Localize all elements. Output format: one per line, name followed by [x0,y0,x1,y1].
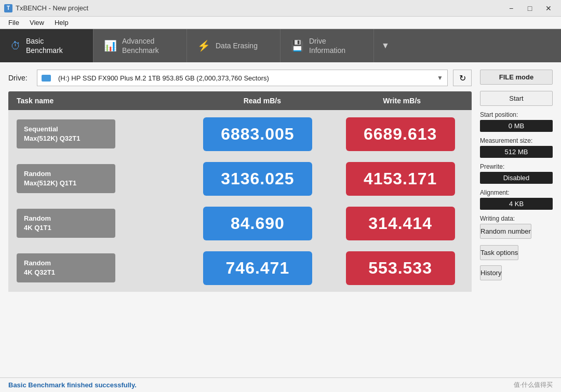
tab-data-erasing-label: Data Erasing [216,41,258,50]
prewrite-section: Prewrite: Disabled [480,163,553,184]
write-value-box-3: 314.414 [346,207,455,240]
advanced-benchmark-icon: 📊 [104,39,117,52]
alignment-value: 4 KB [480,198,553,210]
start-position-value: 0 MB [480,120,553,132]
table-row: Sequential Max(512K) Q32T1 6883.005 6689… [8,113,472,155]
left-panel: Drive: (H:) HP SSD FX900 Plus M.2 1TB 95… [8,70,472,370]
window-title: TxBENCH - New project [16,4,88,12]
read-value-cell-2: 3136.025 [186,162,329,196]
drive-select-chevron: ▼ [437,74,443,82]
read-value-box-1: 6883.005 [203,117,312,151]
read-value-box-2: 3136.025 [203,162,312,196]
menu-bar: File View Help [0,17,561,29]
title-bar: T TxBENCH - New project − □ ✕ [0,0,561,17]
tab-drive-information[interactable]: 💾 DriveInformation [280,29,374,62]
write-value-box-1: 6689.613 [346,117,455,151]
alignment-section: Alignment: 4 KB [480,189,553,210]
history-button[interactable]: History [480,265,502,280]
task-name-box-1: Sequential Max(512K) Q32T1 [17,119,115,148]
task-cell-3: Random 4K Q1T1 [8,209,186,238]
measurement-size-label: Measurement size: [480,137,553,144]
writing-data-section: Writing data: Random number [480,215,553,239]
results-table: Task name Read mB/s Write mB/s Sequentia… [8,91,472,370]
tab-bar: ⏱ BasicBenchmark 📊 AdvancedBenchmark ⚡ D… [0,29,561,62]
drive-row: Drive: (H:) HP SSD FX900 Plus M.2 1TB 95… [8,70,472,86]
drive-label: Drive: [8,74,32,82]
start-position-section: Start position: 0 MB [480,111,553,132]
read-value-cell-3: 84.690 [186,207,329,240]
tab-advanced-benchmark-label: AdvancedBenchmark [122,36,159,55]
refresh-button[interactable]: ↻ [453,70,472,86]
write-value-cell-3: 314.414 [329,207,472,240]
table-body: Sequential Max(512K) Q32T1 6883.005 6689… [8,110,472,292]
read-value-box-3: 84.690 [203,207,312,240]
table-row: Random Max(512K) Q1T1 3136.025 4153.171 [8,158,472,199]
table-row: Random 4K Q1T1 84.690 314.414 [8,202,472,244]
col-task-name: Task name [8,97,193,105]
table-row: Random 4K Q32T1 746.471 553.533 [8,247,472,289]
watermark: 值·什么值得买 [514,381,553,389]
tab-more-dropdown[interactable]: ▼ [374,29,397,62]
right-panel: FILE mode Start Start position: 0 MB Mea… [480,70,553,370]
measurement-size-section: Measurement size: 512 MB [480,137,553,158]
status-message: Basic Benchmark finished successfully. [8,381,137,389]
task-cell-4: Random 4K Q32T1 [8,253,186,282]
data-erasing-icon: ⚡ [197,39,210,52]
close-button[interactable]: ✕ [540,3,557,13]
window-controls: − □ ✕ [503,3,557,13]
tab-basic-benchmark-label: BasicBenchmark [26,36,63,55]
file-mode-button[interactable]: FILE mode [480,70,553,85]
read-value-cell-4: 746.471 [186,251,329,285]
col-read: Read mB/s [193,97,332,105]
task-cell-2: Random Max(512K) Q1T1 [8,164,186,193]
app-icon: T [4,4,12,12]
basic-benchmark-icon: ⏱ [10,40,21,52]
menu-file[interactable]: File [4,18,23,28]
maximize-button[interactable]: □ [522,3,538,13]
table-header: Task name Read mB/s Write mB/s [8,91,472,110]
task-options-button[interactable]: Task options [480,245,518,260]
title-bar-left: T TxBENCH - New project [4,4,88,12]
alignment-label: Alignment: [480,189,553,196]
write-value-box-2: 4153.171 [346,162,455,196]
prewrite-label: Prewrite: [480,163,553,170]
drive-selected-value: (H:) HP SSD FX900 Plus M.2 1TB 953.85 GB… [58,74,433,82]
task-name-box-3: Random 4K Q1T1 [17,209,115,238]
menu-view[interactable]: View [25,18,48,28]
task-name-box-2: Random Max(512K) Q1T1 [17,164,115,193]
writing-data-label: Writing data: [480,215,553,222]
start-button[interactable]: Start [480,91,553,106]
history-wrapper: History [480,265,553,280]
read-value-cell-1: 6883.005 [186,117,329,151]
tab-basic-benchmark[interactable]: ⏱ BasicBenchmark [0,29,94,62]
task-options-wrapper: Task options [480,245,553,260]
minimize-button[interactable]: − [503,3,519,13]
menu-help[interactable]: Help [50,18,73,28]
status-bar: Basic Benchmark finished successfully. 值… [0,377,561,392]
tab-data-erasing[interactable]: ⚡ Data Erasing [187,29,280,62]
drive-selector[interactable]: (H:) HP SSD FX900 Plus M.2 1TB 953.85 GB… [37,70,448,86]
drive-select-icon [42,75,51,82]
tab-advanced-benchmark[interactable]: 📊 AdvancedBenchmark [94,29,187,62]
task-cell-1: Sequential Max(512K) Q32T1 [8,119,186,148]
task-name-box-4: Random 4K Q32T1 [17,253,115,282]
measurement-size-value: 512 MB [480,146,553,158]
read-value-box-4: 746.471 [203,251,312,285]
write-value-box-4: 553.533 [346,251,455,285]
tab-drive-information-label: DriveInformation [309,36,345,55]
write-value-cell-2: 4153.171 [329,162,472,196]
write-value-cell-4: 553.533 [329,251,472,285]
writing-data-button[interactable]: Random number [480,224,531,239]
write-value-cell-1: 6689.613 [329,117,472,151]
main-content: Drive: (H:) HP SSD FX900 Plus M.2 1TB 95… [0,62,561,377]
start-position-label: Start position: [480,111,553,118]
prewrite-value: Disabled [480,172,553,184]
drive-information-icon: 💾 [291,39,304,52]
col-write: Write mB/s [332,97,472,105]
